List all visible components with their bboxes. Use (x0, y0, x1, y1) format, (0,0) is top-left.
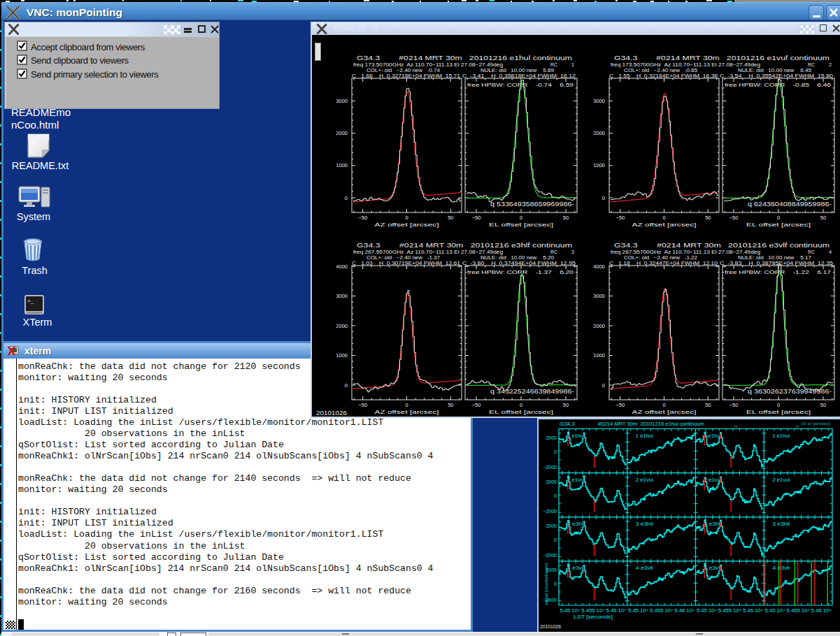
svg-text:AZ offset [arcsec]: AZ offset [arcsec] (632, 222, 697, 228)
svg-text:10 cr [arcsec]: 10 cr [arcsec] (801, 421, 831, 426)
svg-text:freq 267.55700GHz Az 110.70−1: freq 267.55700GHz Az 110.70−111.13 El 27… (353, 250, 503, 255)
svg-text:G34.3: G34.3 (560, 421, 575, 427)
svg-text:0: 0 (602, 382, 605, 389)
svg-text:2000: 2000 (336, 323, 348, 329)
svg-text:3000: 3000 (593, 293, 605, 299)
svg-text:3 e3hli: 3 e3hli (636, 521, 654, 526)
svg-text:2 e1vui: 2 e1vui (772, 477, 790, 482)
svg-text:AZ offset [arcsec]: AZ offset [arcsec] (375, 222, 439, 228)
svg-text:LST [seconds]: LST [seconds] (574, 614, 613, 620)
svg-text:C -3.41 H 0.35818E+04 FWH: C -3.41 H 0.35818E+04 FWHM 16.12 (462, 73, 576, 78)
svg-text:2000: 2000 (546, 435, 557, 440)
svg-text:EL offset [arcsec]: EL offset [arcsec] (489, 222, 553, 228)
svg-text:50: 50 (705, 215, 711, 221)
svg-text:−2000: −2000 (543, 553, 557, 558)
svg-text:0: 0 (662, 215, 665, 221)
svg-text:2 e1vui: 2 e1vui (567, 477, 585, 482)
svg-text:4 e3vli: 4 e3vli (636, 565, 654, 570)
svg-text:EL offset [arcsec]: EL offset [arcsec] (746, 222, 811, 228)
svg-text:2 e1vui: 2 e1vui (636, 477, 653, 482)
svg-text:50: 50 (705, 402, 711, 408)
svg-text:−50: −50 (615, 215, 625, 221)
svg-text:4000: 4000 (593, 263, 605, 270)
svg-text:RC: RC (550, 62, 557, 67)
svg-text:0: 0 (554, 493, 557, 498)
svg-text:1000: 1000 (593, 162, 605, 168)
svg-text:G34.3 #0214 MRT 30m 2: G34.3 #0214 MRT 30m 20101216 e1vuf conti… (614, 54, 830, 62)
svg-text:NULE: old 10.00 new 5.17: NULE: old 10.00 new 5.17 (738, 255, 811, 260)
svg-text:50: 50 (563, 402, 569, 408)
svg-text:2000: 2000 (336, 130, 348, 136)
svg-text:−50: −50 (472, 402, 481, 408)
svg-text:50: 50 (820, 215, 826, 221)
svg-text:q 533649358659969986-: q 533649358659969986- (490, 201, 574, 208)
svg-text:20101026: 20101026 (316, 410, 347, 417)
svg-text:AZ offset [arcsec]: AZ offset [arcsec] (375, 409, 439, 415)
svg-text:freq 173.50700GHz Az 110.70−1: freq 173.50700GHz Az 110.70−111.13 El 27… (611, 62, 760, 68)
svg-text:0: 0 (405, 402, 408, 408)
svg-text:1 e1hui: 1 e1hui (704, 433, 722, 438)
svg-text:0: 0 (520, 402, 522, 408)
svg-text:10: 10 (795, 424, 799, 428)
svg-text:NULE: old 10.00 new 6.45: NULE: old 10.00 new 6.45 (738, 68, 811, 73)
svg-text:3 e3hli: 3 e3hli (567, 521, 585, 526)
svg-text:5.45 10⁴ 5.455 10⁴ 5.46 10⁴: 5.45 10⁴ 5.455 10⁴ 5.46 10⁴ (628, 608, 695, 613)
svg-text:0: 0 (554, 449, 557, 454)
svg-text:1000: 1000 (336, 162, 348, 168)
svg-text:0: 0 (345, 195, 348, 201)
svg-text:freq 173.50700GHz Az 110.70−1: freq 173.50700GHz Az 110.70−111.13 El 27… (353, 62, 503, 68)
svg-text:q 624360408849959986-: q 624360408849959986- (748, 201, 832, 208)
svg-text:4 e3vli: 4 e3vli (704, 565, 722, 570)
svg-text:C 1.55 H 0.32184E+04 FWH: C 1.55 H 0.32184E+04 FWHM 16.38 (609, 73, 718, 78)
svg-text:q 343225246639849986-: q 343225246639849986- (490, 388, 574, 395)
svg-text:2 e1vui: 2 e1vui (704, 477, 722, 482)
svg-text:C 1.66 H 0.32718E+04 FWH: C 1.66 H 0.32718E+04 FWHM 15.71 (352, 73, 460, 78)
svg-text:4000: 4000 (336, 263, 348, 270)
svg-text:NULE: old 10.00 new 5.20: NULE: old 10.00 new 5.20 (480, 255, 554, 260)
svg-text:3: 3 (571, 249, 574, 255)
svg-text:3 e3hli: 3 e3hli (704, 521, 722, 526)
svg-text:3000: 3000 (336, 98, 348, 104)
svg-text:5.45 10⁴ 5.455 10⁴ 5.46 10⁴: 5.45 10⁴ 5.455 10⁴ 5.46 10⁴ (560, 608, 626, 613)
svg-text:0: 0 (520, 215, 522, 221)
svg-text:G34.3 #0214 MRT 30m 2: G34.3 #0214 MRT 30m 20101216 e1hul conti… (357, 54, 572, 62)
svg-text:COL+: old −2.40 new -0.85: COL+: old −2.40 new -0.85 (624, 68, 697, 73)
svg-text:−50: −50 (358, 215, 367, 221)
svg-text:50: 50 (448, 402, 453, 408)
svg-text:0: 0 (345, 382, 348, 389)
svg-text:NULE: old 10.00 new 5.89: NULE: old 10.00 new 5.89 (480, 68, 554, 73)
svg-text:signal [counts/beam]: signal [counts/beam] (543, 563, 548, 605)
svg-text:2000: 2000 (546, 523, 557, 528)
svg-text:RC: RC (550, 250, 557, 254)
svg-text:−50: −50 (729, 215, 739, 221)
svg-text:−50: −50 (358, 402, 367, 408)
svg-text:−2000: −2000 (543, 509, 557, 514)
svg-text:G34.3 #0214 MRT 30m 2: G34.3 #0214 MRT 30m 20101216 e3vlf conti… (614, 241, 830, 249)
svg-text:1 e1hui: 1 e1hui (772, 433, 790, 438)
svg-text:4: 4 (829, 249, 832, 255)
svg-text:3 e3hli: 3 e3hli (772, 521, 790, 526)
svg-text:1000: 1000 (593, 352, 605, 359)
svg-text:0: 0 (777, 402, 780, 408)
svg-text:C -3.83 H 0.38785E+04 FWH: C -3.83 H 0.38785E+04 FWHM 12.35 (720, 261, 833, 266)
svg-text:1000: 1000 (336, 352, 348, 359)
svg-text:50: 50 (563, 215, 569, 221)
svg-text:#0214 MRT 30m 20101216 e1hui: #0214 MRT 30m 20101216 e1hui continuum (598, 421, 704, 427)
svg-text:C 1.18 H 0.32447E+04 FWH: C 1.18 H 0.32447E+04 FWHM 12.10 (609, 261, 718, 266)
svg-text:1: 1 (571, 62, 574, 68)
svg-text:free HPBW: CORR -1.37 6.: free HPBW: CORR -1.37 6.20 (467, 269, 574, 275)
svg-text:0: 0 (777, 215, 780, 221)
svg-text:−50: −50 (729, 402, 739, 408)
svg-text:2000: 2000 (546, 479, 557, 484)
svg-text:10: 10 (734, 424, 738, 428)
svg-text:0: 0 (662, 402, 665, 408)
svg-text:50: 50 (820, 402, 826, 408)
svg-text:−2000: −2000 (543, 465, 557, 470)
svg-text:C -3.80 H 0.37494E+04 FWH: C -3.80 H 0.37494E+04 FWHM 12.95 (462, 261, 576, 266)
svg-text:50: 50 (448, 215, 453, 221)
svg-text:G34.3 #0214 MRT 30m 2: G34.3 #0214 MRT 30m 20101216 e3hlf conti… (357, 241, 572, 249)
svg-text:1 e1hui: 1 e1hui (567, 433, 585, 438)
svg-text:5.45 10⁴ 5.455 10⁴ 5.46 10⁴: 5.45 10⁴ 5.455 10⁴ 5.46 10⁴ (697, 608, 763, 613)
svg-text:2000: 2000 (593, 130, 605, 136)
svg-text:0: 0 (602, 195, 605, 201)
